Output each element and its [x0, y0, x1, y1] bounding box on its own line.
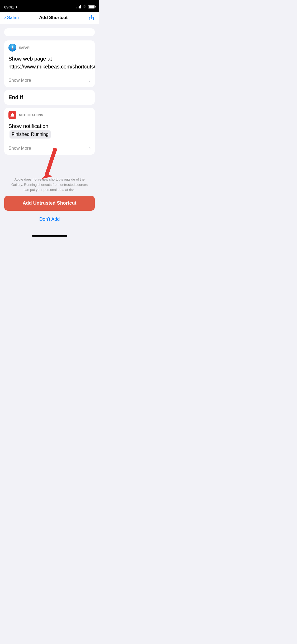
safari-card: SAFARI Show web page at https://www.mike…: [4, 40, 95, 87]
notifications-category-label: NOTIFICATIONS: [19, 113, 43, 117]
back-label: Safari: [7, 15, 19, 20]
safari-card-header: SAFARI: [4, 40, 95, 54]
safari-card-body: Show web page at https://www.mikebeas.co…: [4, 54, 95, 74]
nav-bar: ‹ Safari Add Shortcut: [0, 12, 99, 24]
safari-url-badge: https://www.mikebeas.com/shortcuts/updat…: [8, 64, 95, 70]
share-button[interactable]: [88, 14, 95, 21]
safari-show-more-chevron: ›: [89, 78, 91, 83]
wifi-icon: [82, 5, 87, 9]
notifications-card: NOTIFICATIONS Show notification Finished…: [4, 108, 95, 155]
location-icon: ➤: [16, 5, 18, 9]
add-untrusted-button[interactable]: Add Untrusted Shortcut: [4, 196, 95, 211]
notifications-card-header: NOTIFICATIONS: [4, 108, 95, 121]
end-if-label: End If: [8, 94, 23, 100]
notifications-card-body: Show notification Finished Running: [4, 121, 95, 142]
disclaimer-text: Apple does not review shortcuts outside …: [4, 177, 95, 192]
safari-icon: [8, 44, 16, 52]
signal-icon: [77, 5, 81, 8]
notifications-show-more-chevron: ›: [89, 145, 91, 151]
battery-icon: [88, 5, 95, 8]
home-bar: [32, 235, 67, 237]
page-title: Add Shortcut: [39, 15, 68, 20]
status-bar: 09:41 ➤: [0, 0, 99, 12]
end-if-card: End If: [4, 90, 95, 105]
safari-body-prefix: Show web page at: [8, 56, 52, 62]
svg-point-4: [12, 47, 13, 48]
dont-add-button[interactable]: Don't Add: [4, 214, 95, 225]
notifications-tag-badge: Finished Running: [10, 130, 51, 139]
status-icons: [77, 5, 95, 9]
notifications-show-more-text: Show More: [8, 146, 31, 151]
back-button[interactable]: ‹ Safari: [4, 15, 19, 20]
status-time: 09:41: [4, 5, 14, 9]
safari-show-more-text: Show More: [8, 78, 31, 83]
home-indicator: [0, 233, 99, 238]
notifications-body-prefix: Show notification: [8, 123, 48, 129]
arrow-annotation: [4, 158, 95, 174]
top-partial-card: [4, 28, 95, 36]
safari-category-label: SAFARI: [19, 46, 30, 49]
safari-show-more-row[interactable]: Show More ›: [4, 74, 95, 87]
notifications-show-more-row[interactable]: Show More ›: [4, 142, 95, 155]
back-arrow-icon: ‹: [4, 15, 6, 20]
notifications-icon: [8, 111, 16, 119]
main-content: SAFARI Show web page at https://www.mike…: [0, 24, 99, 233]
